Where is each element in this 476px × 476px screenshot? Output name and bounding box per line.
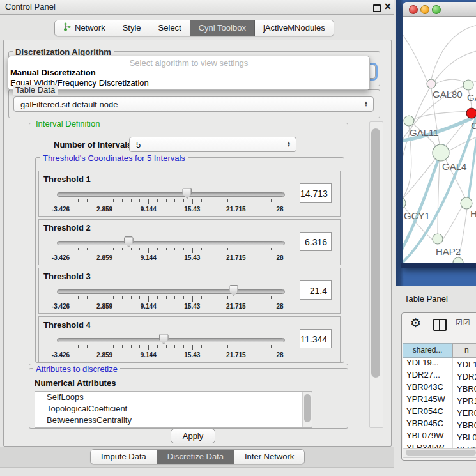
list-item-topologicalcoefficient[interactable]: TopologicalCoefficient	[35, 403, 312, 415]
network-node[interactable]	[403, 197, 406, 209]
tick-label: 15.43	[174, 303, 210, 310]
network-node[interactable]	[463, 80, 473, 90]
table-row[interactable]: YBR043CYBR0	[403, 382, 476, 394]
table-row[interactable]: YDL19...YDL1	[403, 358, 476, 370]
tab-impute-data[interactable]: Impute Data	[91, 450, 157, 464]
threshold-value-field[interactable]: 14.713	[300, 183, 332, 203]
table-data-value: galFiltered.sif default node	[20, 100, 118, 109]
table-data-combobox[interactable]: galFiltered.sif default node ▲▼	[13, 96, 374, 112]
threshold-value-field[interactable]: 6.316	[300, 232, 332, 251]
column-header-shared-name[interactable]: shared...	[403, 343, 452, 358]
threshold-value-field[interactable]: 11.344	[300, 329, 332, 348]
panel-title: Control Panel	[5, 2, 56, 12]
cell-name: YBR0	[454, 420, 476, 430]
threshold-2-box: Threshold 2-3.4262.8599.14415.4321.71528…	[38, 219, 341, 265]
tab-infer-network[interactable]: Infer Network	[234, 450, 304, 464]
slider-track[interactable]	[57, 192, 285, 197]
select-columns-icon[interactable]: ☑☑	[456, 318, 471, 327]
tick-label: 15.43	[174, 206, 210, 213]
slider-thumb[interactable]	[182, 188, 192, 199]
node-label-gal11: GAL11	[410, 127, 439, 138]
float-window-icon[interactable]	[373, 4, 381, 12]
panel-scrollbar-track[interactable]	[369, 121, 383, 428]
num-intervals-label: Number of Intervals	[54, 140, 132, 150]
tick-label: -3.426	[43, 254, 79, 261]
tick-label: 9.144	[130, 206, 166, 213]
apply-button[interactable]: Apply	[171, 429, 215, 443]
panel-scrollbar-thumb[interactable]	[371, 128, 380, 378]
tab-cyni-toolbox[interactable]: Cyni Toolbox	[190, 20, 255, 36]
cell-shared-name: YLR345W	[403, 443, 454, 448]
network-node[interactable]	[453, 257, 463, 263]
cell-shared-name: YDR27...	[403, 370, 454, 380]
table-row[interactable]: YPR145WYPR1	[403, 394, 476, 406]
node-table: ⚙ ☑☑ shared... n YDL19...YDL1YDR27...YDR…	[401, 312, 476, 461]
tab-select[interactable]: Select	[150, 20, 190, 36]
node-label-hap2: HAP2	[436, 246, 461, 257]
network-node-selected[interactable]	[466, 108, 476, 118]
network-node[interactable]	[461, 197, 472, 209]
close-traffic-light-icon[interactable]	[409, 5, 418, 14]
tick-label: -3.426	[43, 206, 79, 213]
tab-label: Style	[123, 23, 141, 33]
slider-thumb[interactable]	[124, 236, 134, 247]
slider-track[interactable]	[57, 241, 285, 245]
network-canvas[interactable]: GAL80GACGAL11GAL4GCY1HHAP2	[403, 17, 476, 263]
attributes-title: Attributes to discretize	[33, 364, 120, 374]
cell-name: YDL1	[454, 360, 476, 369]
control-panel-titlebar: Control Panel ✕	[0, 0, 394, 15]
numerical-attributes-list[interactable]: SelfLoopsTopologicalCoefficientBetweenne…	[35, 391, 312, 428]
slider-track[interactable]	[57, 338, 285, 342]
network-node[interactable]	[404, 116, 414, 126]
node-label-h: H	[470, 208, 476, 219]
close-icon[interactable]: ✕	[384, 1, 392, 12]
gear-icon[interactable]: ⚙	[410, 316, 421, 330]
list-item-selfloops[interactable]: SelfLoops	[35, 392, 312, 403]
table-rows: YDL19...YDL1YDR27...YDR2YBR043CYBR0YPR14…	[403, 358, 476, 448]
slider-thumb[interactable]	[159, 334, 169, 344]
tab-discretize-data[interactable]: Discretize Data	[157, 450, 234, 464]
tick-label: 9.144	[130, 254, 166, 261]
cell-shared-name: YPR145W	[403, 394, 454, 404]
table-row[interactable]: YDR27...YDR2	[403, 370, 476, 382]
network-node[interactable]	[427, 79, 436, 88]
tick-label: 9.144	[130, 303, 166, 310]
tick-label: 21.715	[218, 254, 254, 261]
zoom-traffic-light-icon[interactable]	[432, 5, 441, 14]
numerical-attributes-label: Numerical Attributes	[35, 378, 116, 388]
list-item-betweennesscentrality[interactable]: BetweennessCentrality	[35, 415, 312, 426]
tab-label: Select	[158, 23, 181, 33]
network-node[interactable]	[433, 234, 443, 244]
minimize-traffic-light-icon[interactable]	[420, 5, 429, 14]
tick-label: 21.715	[218, 351, 254, 358]
column-header-name[interactable]: n	[452, 343, 476, 358]
list-scrollbar-thumb[interactable]	[304, 394, 311, 422]
slider-track[interactable]	[57, 289, 285, 294]
num-intervals-value: 5	[136, 140, 141, 150]
tab-style[interactable]: Style	[114, 20, 150, 36]
table-row[interactable]: YLR345WYLR3	[403, 443, 476, 448]
cell-name: YPR1	[454, 396, 476, 406]
tick-label: 9.144	[130, 351, 166, 358]
cell-shared-name: YDL19...	[403, 358, 454, 367]
tab-jactivemnodules[interactable]: jActiveMNodules	[255, 20, 334, 36]
threshold-value-field[interactable]: 21.4	[300, 280, 332, 300]
cell-shared-name: YBR043C	[403, 382, 454, 392]
num-intervals-combobox[interactable]: 5 ▲▼	[129, 137, 296, 152]
slider-thumb[interactable]	[229, 285, 238, 296]
tick-label: 21.715	[218, 206, 254, 213]
table-row[interactable]: YER054CYER0	[403, 406, 476, 418]
network-node[interactable]	[433, 144, 449, 161]
tick-label: 2.859	[87, 303, 123, 310]
table-row[interactable]: YBL079WYBL0	[403, 431, 476, 443]
table-hscrollbar-track[interactable]	[403, 448, 476, 458]
interval-definition-title: Interval Definition	[33, 119, 102, 128]
split-panel-icon[interactable]	[433, 319, 447, 331]
node-label-ga: GA	[467, 92, 476, 103]
table-hscrollbar-thumb[interactable]	[406, 450, 476, 456]
network-window-bottom-edge	[401, 263, 476, 268]
tab-network[interactable]: Network	[55, 20, 114, 36]
list-scrollbar-track[interactable]	[302, 392, 312, 427]
dropdown-option-manual-discretization[interactable]: Manual Discretization	[10, 68, 96, 77]
table-row[interactable]: YBR045CYBR0	[403, 418, 476, 431]
